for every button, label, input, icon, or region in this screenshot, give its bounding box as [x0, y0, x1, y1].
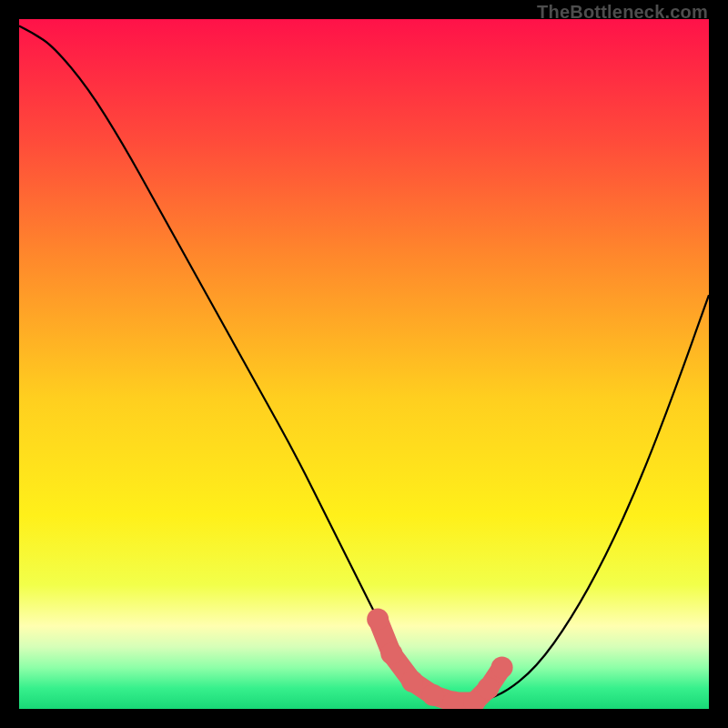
- fit-marker-dot: [380, 642, 402, 664]
- fit-marker-dot: [367, 608, 389, 630]
- bottleneck-chart: [19, 19, 709, 709]
- fit-marker-dot: [422, 684, 444, 706]
- gradient-background: [19, 19, 709, 709]
- fit-marker-dot: [477, 677, 499, 699]
- chart-svg: [19, 19, 709, 709]
- fit-marker-dot: [491, 657, 513, 679]
- fit-marker-dot: [401, 671, 423, 693]
